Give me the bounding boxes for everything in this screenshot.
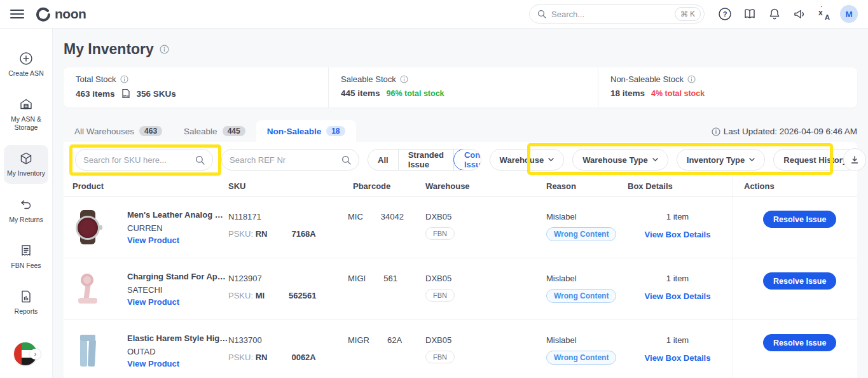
pbarcode-fragment: 561 (383, 274, 397, 283)
info-icon[interactable] (160, 45, 169, 54)
dropdown-label: Inventory Type (687, 155, 745, 165)
receipt-icon (18, 243, 34, 258)
pbarcode-fragment: MIGI (348, 274, 366, 283)
stat-extra: 356 SKUs (137, 89, 176, 99)
product-image (71, 210, 105, 244)
segment-content-issue[interactable]: Content Issue (453, 149, 481, 171)
sidebar-item-my-returns[interactable]: My Returns (4, 192, 48, 230)
view-product-link[interactable]: View Product (127, 297, 179, 307)
psku-label: PSKU: (228, 291, 253, 300)
warehouse-dropdown[interactable]: Warehouse (490, 149, 565, 171)
hamburger-menu-icon[interactable] (10, 7, 24, 21)
view-box-details-link[interactable]: View Box Details (645, 353, 711, 363)
search-icon[interactable] (195, 155, 205, 165)
box-items: 1 item (628, 274, 727, 283)
reason-tag: Wrong Content (546, 227, 616, 241)
info-icon[interactable] (120, 75, 128, 83)
info-icon[interactable] (687, 75, 696, 83)
tab-non-saleable[interactable]: Non-Saleable 18 (256, 120, 356, 142)
col-pbarcode: Pbarcode (353, 181, 390, 191)
tab-label: Non-Saleable (267, 127, 322, 136)
box-items: 1 item (628, 212, 727, 221)
sidebar-item-label: My Returns (9, 216, 43, 224)
resolve-issue-button[interactable]: Resolve Issue (763, 272, 836, 290)
resolve-issue-button[interactable]: Resolve Issue (763, 334, 836, 351)
stat-value: 445 items (341, 88, 380, 98)
avatar[interactable]: M (840, 5, 858, 23)
table-row: Charging Stand For Apple Wa... SATECHI V… (64, 258, 857, 320)
sidebar-item-label: Reports (15, 307, 38, 316)
segment-all[interactable]: All (368, 150, 399, 170)
resolve-issue-button[interactable]: Resolve Issue (763, 211, 836, 228)
global-search-input[interactable] (551, 10, 670, 19)
view-product-link[interactable]: View Product (127, 359, 179, 368)
reason-tag: Wrong Content (546, 289, 616, 303)
col-warehouse: Warehouse (425, 181, 470, 191)
psku-fragment: 562561 (289, 291, 316, 300)
download-icon (850, 155, 859, 164)
inventory-type-dropdown[interactable]: Inventory Type (677, 149, 766, 171)
col-actions: Actions (744, 181, 775, 191)
search-icon[interactable] (341, 155, 351, 165)
fbn-badge: FBN (425, 351, 455, 363)
megaphone-icon[interactable] (790, 5, 808, 23)
psku-fragment: 0062A (291, 353, 315, 362)
stat-value: 463 items (76, 89, 115, 99)
stat-label: Non-Saleable Stock (610, 74, 684, 84)
noon-logo[interactable]: noon (36, 6, 86, 22)
chevron-down-icon (652, 158, 658, 162)
view-box-details-link[interactable]: View Box Details (645, 291, 711, 301)
warehouse-code: DXB05 (425, 212, 455, 221)
bell-icon[interactable] (766, 5, 783, 23)
product-brand: SATECHI (127, 285, 229, 295)
sidebar-item-label: Create ASN (8, 69, 43, 78)
warehouse-code: DXB05 (425, 274, 455, 283)
sidebar-item-create-asn[interactable]: Create ASN (4, 45, 48, 83)
info-icon[interactable] (400, 75, 408, 83)
dropdown-label: Warehouse (500, 155, 544, 165)
product-brand: CURREN (127, 223, 229, 233)
return-arrow-icon (18, 197, 34, 213)
segment-stranded-issue[interactable]: Stranded Issue (399, 150, 454, 170)
ref-search-input[interactable] (230, 155, 341, 165)
download-button[interactable] (843, 148, 866, 171)
page-title: My Inventory (64, 41, 154, 58)
global-search: ⌘K (529, 4, 705, 24)
col-box-details: Box Details (628, 181, 673, 191)
chevron-down-icon (548, 158, 554, 162)
help-icon[interactable]: ? (716, 5, 734, 23)
reason-text: Mislabel (546, 274, 616, 283)
reason-text: Mislabel (546, 335, 616, 345)
view-box-details-link[interactable]: View Box Details (645, 230, 711, 239)
tab-all-warehouses[interactable]: All Warehouses 463 (64, 120, 173, 142)
view-product-link[interactable]: View Product (127, 235, 179, 245)
fbn-badge: FBN (425, 289, 455, 302)
psku-label: PSKU: (228, 229, 253, 239)
ref-search (221, 149, 359, 171)
sidebar-item-fbn-fees[interactable]: FBN Fees (4, 237, 48, 276)
sku-search (75, 149, 213, 171)
product-name: Men's Leather Analog Quartz ... (127, 210, 229, 220)
keyboard-shortcut-badge: ⌘K (675, 7, 701, 21)
warehouse-icon (18, 97, 34, 112)
tab-saleable[interactable]: Saleable 445 (173, 120, 256, 142)
country-flag-button[interactable]: › (14, 342, 38, 367)
tab-label: Saleable (184, 127, 217, 136)
product-name: Elastic Harem Style High-Rise... (127, 333, 229, 343)
sku-search-input[interactable] (83, 155, 195, 165)
reason-text: Mislabel (546, 212, 616, 221)
psku-label: PSKU: (228, 353, 253, 362)
translate-icon[interactable]: ˙xA (815, 5, 833, 23)
pbarcode-fragment: 34042 (381, 212, 404, 221)
warehouse-type-dropdown[interactable]: Warehouse Type (572, 149, 668, 171)
info-icon (712, 127, 720, 136)
sidebar-item-reports[interactable]: Reports (4, 283, 48, 321)
col-product: Product (72, 181, 104, 191)
stat-non-saleable-stock: Non-Saleable Stock 18 items 4% total sto… (598, 67, 857, 108)
svg-text:SKU: SKU (123, 94, 128, 97)
sidebar-item-my-inventory[interactable]: My Inventory (4, 145, 48, 183)
noon-logo-mark-icon (36, 6, 51, 22)
book-icon[interactable] (741, 5, 759, 23)
pbarcode-fragment: MIGR (348, 335, 369, 345)
sidebar-item-my-asn-storage[interactable]: My ASN & Storage (4, 91, 48, 137)
